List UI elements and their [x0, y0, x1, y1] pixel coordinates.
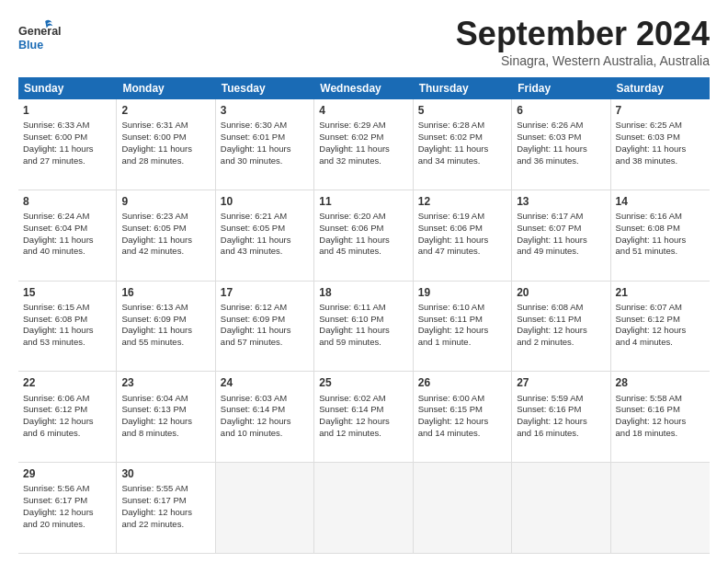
- day-num-7: 7: [616, 103, 705, 118]
- day-21: 21 Sunrise: 6:07 AMSunset: 6:12 PMDaylig…: [611, 282, 710, 372]
- day-num-16: 16: [121, 285, 210, 300]
- day-num-2: 2: [121, 103, 210, 118]
- day-28: 28 Sunrise: 5:58 AMSunset: 6:16 PMDaylig…: [611, 372, 710, 462]
- day-9: 9 Sunrise: 6:23 AMSunset: 6:05 PMDayligh…: [117, 190, 215, 281]
- day-num-14: 14: [616, 194, 705, 209]
- day-num-10: 10: [221, 194, 309, 209]
- day-30: 30 Sunrise: 5:55 AMSunset: 6:17 PMDaylig…: [117, 463, 215, 553]
- day-26: 26 Sunrise: 6:00 AMSunset: 6:15 PMDaylig…: [414, 372, 512, 462]
- svg-text:Blue: Blue: [18, 40, 43, 52]
- title-area: September 2024 Sinagra, Western Australi…: [456, 15, 710, 68]
- day-num-18: 18: [319, 285, 407, 300]
- empty-cell-4: [512, 463, 610, 553]
- day-num-26: 26: [418, 375, 506, 390]
- day-num-30: 30: [121, 466, 210, 481]
- empty-cell-1: [216, 463, 314, 553]
- day-13: 13 Sunrise: 6:17 AMSunset: 6:07 PMDaylig…: [512, 190, 610, 281]
- day-num-5: 5: [418, 103, 506, 118]
- header-monday: Monday: [117, 77, 215, 99]
- empty-cell-3: [414, 463, 512, 553]
- day-num-29: 29: [23, 466, 111, 481]
- day-num-25: 25: [319, 375, 407, 390]
- day-10: 10 Sunrise: 6:21 AMSunset: 6:05 PMDaylig…: [216, 190, 314, 281]
- day-3: 3 Sunrise: 6:30 AMSunset: 6:01 PMDayligh…: [216, 99, 314, 190]
- day-num-12: 12: [418, 194, 506, 209]
- day-num-11: 11: [319, 194, 407, 209]
- day-14: 14 Sunrise: 6:16 AMSunset: 6:08 PMDaylig…: [611, 190, 710, 281]
- day-num-1: 1: [23, 103, 111, 118]
- page: General Blue September 2024 Sinagra, Wes…: [0, 0, 728, 563]
- day-25: 25 Sunrise: 6:02 AMSunset: 6:14 PMDaylig…: [314, 372, 413, 462]
- week-row-4: 22 Sunrise: 6:06 AMSunset: 6:12 PMDaylig…: [18, 372, 710, 463]
- week-row-1: 1 Sunrise: 6:33 AMSunset: 6:00 PMDayligh…: [18, 99, 710, 190]
- day-7: 7 Sunrise: 6:25 AMSunset: 6:03 PMDayligh…: [611, 99, 710, 190]
- calendar-header: Sunday Monday Tuesday Wednesday Thursday…: [18, 77, 710, 99]
- day-4: 4 Sunrise: 6:29 AMSunset: 6:02 PMDayligh…: [314, 99, 413, 190]
- day-15: 15 Sunrise: 6:15 AMSunset: 6:08 PMDaylig…: [18, 282, 117, 372]
- day-29: 29 Sunrise: 5:56 AMSunset: 6:17 PMDaylig…: [18, 463, 117, 553]
- subtitle: Sinagra, Western Australia, Australia: [456, 53, 710, 68]
- day-1: 1 Sunrise: 6:33 AMSunset: 6:00 PMDayligh…: [18, 99, 117, 190]
- header-thursday: Thursday: [414, 77, 512, 99]
- header-sunday: Sunday: [18, 77, 117, 99]
- day-6: 6 Sunrise: 6:26 AMSunset: 6:03 PMDayligh…: [512, 99, 610, 190]
- day-num-9: 9: [121, 194, 210, 209]
- day-18: 18 Sunrise: 6:11 AMSunset: 6:10 PMDaylig…: [314, 282, 413, 372]
- day-12: 12 Sunrise: 6:19 AMSunset: 6:06 PMDaylig…: [414, 190, 512, 281]
- day-num-27: 27: [517, 375, 605, 390]
- day-num-22: 22: [23, 375, 111, 390]
- day-num-28: 28: [616, 375, 705, 390]
- header-saturday: Saturday: [611, 77, 710, 99]
- empty-cell-2: [314, 463, 413, 553]
- day-num-19: 19: [418, 285, 506, 300]
- week-row-5: 29 Sunrise: 5:56 AMSunset: 6:17 PMDaylig…: [18, 463, 710, 554]
- day-11: 11 Sunrise: 6:20 AMSunset: 6:06 PMDaylig…: [314, 190, 413, 281]
- day-19: 19 Sunrise: 6:10 AMSunset: 6:11 PMDaylig…: [414, 282, 512, 372]
- day-num-3: 3: [221, 103, 309, 118]
- svg-text:General: General: [18, 26, 62, 39]
- day-num-20: 20: [517, 285, 605, 300]
- day-2: 2 Sunrise: 6:31 AMSunset: 6:00 PMDayligh…: [117, 99, 215, 190]
- header: General Blue September 2024 Sinagra, Wes…: [18, 15, 710, 68]
- day-16: 16 Sunrise: 6:13 AMSunset: 6:09 PMDaylig…: [117, 282, 215, 372]
- header-tuesday: Tuesday: [216, 77, 314, 99]
- day-20: 20 Sunrise: 6:08 AMSunset: 6:11 PMDaylig…: [512, 282, 610, 372]
- day-22: 22 Sunrise: 6:06 AMSunset: 6:12 PMDaylig…: [18, 372, 117, 462]
- calendar-body: 1 Sunrise: 6:33 AMSunset: 6:00 PMDayligh…: [18, 99, 710, 554]
- day-5: 5 Sunrise: 6:28 AMSunset: 6:02 PMDayligh…: [414, 99, 512, 190]
- day-8: 8 Sunrise: 6:24 AMSunset: 6:04 PMDayligh…: [18, 190, 117, 281]
- header-friday: Friday: [512, 77, 610, 99]
- day-24: 24 Sunrise: 6:03 AMSunset: 6:14 PMDaylig…: [216, 372, 314, 462]
- day-num-15: 15: [23, 285, 111, 300]
- calendar: Sunday Monday Tuesday Wednesday Thursday…: [18, 77, 710, 554]
- header-wednesday: Wednesday: [314, 77, 413, 99]
- week-row-3: 15 Sunrise: 6:15 AMSunset: 6:08 PMDaylig…: [18, 282, 710, 373]
- day-num-17: 17: [221, 285, 309, 300]
- week-row-2: 8 Sunrise: 6:24 AMSunset: 6:04 PMDayligh…: [18, 190, 710, 282]
- day-num-8: 8: [23, 194, 111, 209]
- logo: General Blue: [18, 15, 64, 61]
- month-title: September 2024: [456, 15, 710, 53]
- empty-cell-5: [611, 463, 710, 553]
- day-num-21: 21: [616, 285, 705, 300]
- logo-svg: General Blue: [18, 15, 64, 61]
- day-23: 23 Sunrise: 6:04 AMSunset: 6:13 PMDaylig…: [117, 372, 215, 462]
- day-num-4: 4: [319, 103, 407, 118]
- day-num-6: 6: [517, 103, 605, 118]
- day-num-24: 24: [221, 375, 309, 390]
- day-17: 17 Sunrise: 6:12 AMSunset: 6:09 PMDaylig…: [216, 282, 314, 372]
- day-27: 27 Sunrise: 5:59 AMSunset: 6:16 PMDaylig…: [512, 372, 610, 462]
- day-num-13: 13: [517, 194, 605, 209]
- day-num-23: 23: [121, 375, 210, 390]
